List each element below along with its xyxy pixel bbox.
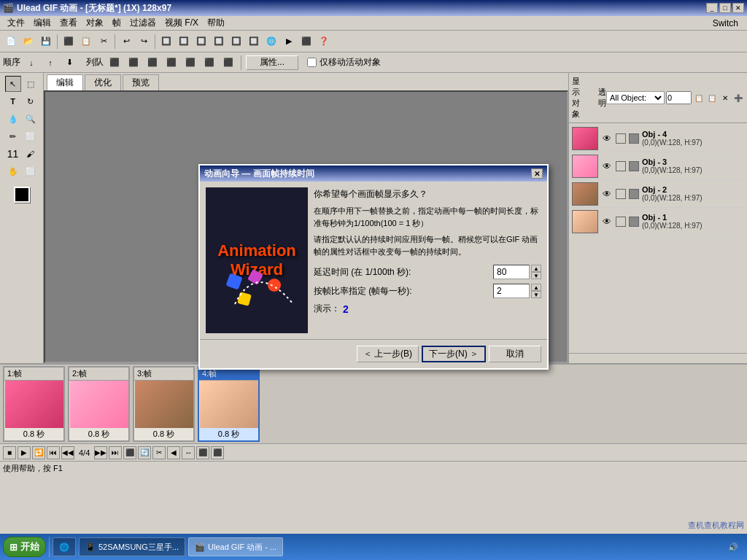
- color-swatch[interactable]: [14, 187, 30, 203]
- move-down-button[interactable]: ↓: [23, 55, 39, 71]
- tb-btn-2[interactable]: 🔲: [176, 34, 192, 50]
- menu-filter[interactable]: 过滤器: [125, 15, 160, 31]
- col-btn5[interactable]: ⬛: [182, 55, 198, 71]
- loop-button[interactable]: 🔁: [32, 446, 45, 459]
- cancel-button[interactable]: 取消: [489, 346, 541, 362]
- move-active-checkbox[interactable]: [307, 58, 317, 67]
- right-scrollbar[interactable]: [569, 353, 747, 363]
- col-btn1[interactable]: ⬛: [107, 55, 123, 71]
- fill-tool[interactable]: 11: [5, 146, 21, 162]
- pb-btn2[interactable]: 🔄: [138, 446, 151, 459]
- prev-button[interactable]: ◀◀: [61, 446, 74, 459]
- paste-button[interactable]: 📋: [78, 34, 94, 50]
- taskbar-item-ulead[interactable]: 🎬 Ulead GIF 动画 - ...: [188, 537, 283, 556]
- copy-button[interactable]: ⬛: [61, 34, 77, 50]
- rate-spin-down[interactable]: ▼: [531, 291, 541, 298]
- eraser-tool[interactable]: ⬜: [23, 128, 39, 144]
- pb-btn4[interactable]: ◀: [167, 446, 180, 459]
- back-button[interactable]: ＜ 上一步(B): [357, 346, 419, 362]
- tb-btn-6[interactable]: 🔲: [246, 34, 262, 50]
- rect-tool[interactable]: ⬜: [23, 163, 39, 179]
- tb-btn-1[interactable]: 🔲: [158, 34, 174, 50]
- obj-visibility-3[interactable]: 👁: [601, 160, 613, 172]
- pb-btn7[interactable]: ⬛: [211, 446, 224, 459]
- insert-button[interactable]: ⬇: [61, 55, 77, 71]
- dialog-close-button[interactable]: ✕: [531, 168, 543, 179]
- delay-spin-up[interactable]: ▲: [531, 265, 541, 272]
- first-frame-button[interactable]: ⏮: [47, 446, 60, 459]
- text-tool[interactable]: T: [5, 93, 21, 109]
- rate-spin-up[interactable]: ▲: [531, 284, 541, 291]
- undo-button[interactable]: ↩: [118, 34, 134, 50]
- next-button[interactable]: 下一步(N) ＞: [422, 346, 486, 362]
- tb-btn-9[interactable]: ⬛: [298, 34, 314, 50]
- stop-button[interactable]: ■: [3, 446, 16, 459]
- play-button[interactable]: ▶: [18, 446, 31, 459]
- tb-btn-8[interactable]: ▶: [281, 34, 297, 50]
- brush-tool[interactable]: 🖌: [23, 146, 39, 162]
- minimize-button[interactable]: _: [706, 3, 718, 13]
- pb-btn5[interactable]: ↔: [182, 446, 195, 459]
- menu-help[interactable]: 帮助: [203, 15, 229, 31]
- rotate-tool[interactable]: ↻: [23, 93, 39, 109]
- move-up-button[interactable]: ↑: [42, 55, 58, 71]
- new-button[interactable]: 📄: [3, 34, 19, 50]
- menu-frame[interactable]: 帧: [108, 15, 125, 31]
- menu-file[interactable]: 文件: [3, 15, 29, 31]
- last-frame-button[interactable]: ⏭: [109, 446, 122, 459]
- pb-btn6[interactable]: ⬛: [196, 446, 209, 459]
- hand-tool[interactable]: ✋: [5, 163, 21, 179]
- transparent-copy-btn[interactable]: 📋: [693, 92, 705, 104]
- close-button[interactable]: ✕: [732, 3, 744, 13]
- tab-edit[interactable]: 编辑: [47, 74, 83, 90]
- transparent-add-btn[interactable]: ➕: [732, 92, 744, 104]
- pencil-tool[interactable]: ✏: [5, 128, 21, 144]
- eyedrop-tool[interactable]: 💧: [5, 111, 21, 127]
- zoom-tool[interactable]: 🔍: [23, 111, 39, 127]
- col-btn4[interactable]: ⬛: [163, 55, 179, 71]
- frame-item-4[interactable]: 4:帧 0.8 秒: [198, 366, 260, 442]
- select-tool[interactable]: ↖: [5, 76, 21, 92]
- next-button[interactable]: ▶▶: [94, 446, 107, 459]
- transparent-paste-btn[interactable]: 📋: [706, 92, 718, 104]
- taskbar-item-samsung[interactable]: 📱 52SAMSUNG三星手...: [79, 537, 185, 556]
- obj-item-1[interactable]: 👁 Obj - 1 (0,0)(W:128, H:97): [570, 208, 746, 236]
- rate-input[interactable]: [493, 284, 530, 298]
- tb-btn-7[interactable]: 🌐: [263, 34, 279, 50]
- animation-wizard-dialog[interactable]: 动画向导 — 画面帧持续时间 ✕ Animation Wizard: [198, 164, 549, 370]
- menu-edit[interactable]: 编辑: [29, 15, 55, 31]
- obj-visibility-4[interactable]: 👁: [601, 133, 613, 144]
- help-icon[interactable]: ❓: [316, 34, 332, 50]
- col-btn2[interactable]: ⬛: [125, 55, 142, 71]
- open-button[interactable]: 📂: [20, 34, 36, 50]
- save-button[interactable]: 💾: [38, 34, 54, 50]
- taskbar-item-ie[interactable]: 🌐: [53, 537, 76, 556]
- pb-btn3[interactable]: ✂: [152, 446, 166, 459]
- obj-type-select[interactable]: All Object:: [606, 91, 665, 104]
- properties-button[interactable]: 属性...: [246, 55, 298, 70]
- frame-item-1[interactable]: 1:帧 0.8 秒: [3, 366, 65, 442]
- cut-button[interactable]: ✂: [96, 34, 112, 50]
- frame-item-3[interactable]: 3:帧 0.8 秒: [133, 366, 195, 442]
- tb-btn-5[interactable]: 🔲: [228, 34, 244, 50]
- col-btn7[interactable]: ⬛: [220, 55, 236, 71]
- pb-btn1[interactable]: ⬛: [123, 446, 136, 459]
- maximize-button[interactable]: □: [719, 3, 731, 13]
- tab-preview[interactable]: 预览: [123, 74, 159, 90]
- frame-item-2[interactable]: 2:帧 0.8 秒: [68, 366, 130, 442]
- tb-btn-4[interactable]: 🔲: [211, 34, 227, 50]
- delay-spin-down[interactable]: ▼: [531, 272, 541, 279]
- tb-btn-3[interactable]: 🔲: [193, 34, 209, 50]
- col-btn6[interactable]: ⬛: [201, 55, 217, 71]
- tab-optimize[interactable]: 优化: [85, 74, 121, 90]
- obj-visibility-2[interactable]: 👁: [601, 188, 613, 200]
- obj-visibility-1[interactable]: 👁: [601, 216, 613, 228]
- transparent-input[interactable]: [666, 91, 692, 104]
- col-btn3[interactable]: ⬛: [144, 55, 160, 71]
- start-button[interactable]: ⊞ 开始: [3, 537, 46, 557]
- obj-item-3[interactable]: 👁 Obj - 3 (0,0)(W:128, H:97): [570, 152, 746, 180]
- crop-tool[interactable]: ⬚: [23, 76, 39, 92]
- delay-input[interactable]: [493, 265, 530, 279]
- menu-video[interactable]: 视频 F/X: [160, 15, 203, 31]
- menu-view[interactable]: 查看: [55, 15, 82, 31]
